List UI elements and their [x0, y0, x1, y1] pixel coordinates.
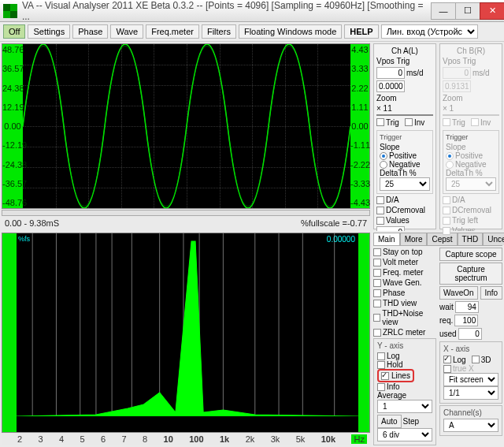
- wait-input[interactable]: [455, 301, 479, 313]
- yaxis-auto[interactable]: Auto: [377, 415, 402, 428]
- yaxis-group: Y - axis Log Hold Lines Info Average 1 A…: [373, 338, 436, 445]
- cha-msd[interactable]: 0: [376, 67, 405, 79]
- tabs: Main More Cepst THD Uncert: [373, 233, 502, 246]
- channels-group: Channel(s) A: [439, 405, 502, 436]
- yaxis-hold[interactable]: [377, 361, 385, 369]
- xaxis-log[interactable]: [443, 356, 451, 363]
- chk-stayontop[interactable]: [373, 248, 381, 256]
- cha-title: Ch A(L): [376, 47, 433, 55]
- tab-thd[interactable]: THD: [458, 233, 484, 245]
- yaxis-log[interactable]: [377, 352, 385, 360]
- scope-time-range: 0.00 - 9.38mS: [5, 218, 59, 228]
- cha-da[interactable]: [376, 196, 384, 204]
- capture-scope-button[interactable]: Capture scope: [439, 248, 502, 261]
- xaxis-3d[interactable]: [472, 356, 480, 363]
- chk-thdnoise[interactable]: [373, 314, 380, 322]
- app-icon: [3, 4, 17, 18]
- chb-trig-check: [443, 118, 450, 126]
- capture-spectrum-button[interactable]: Capture spectrum: [439, 263, 502, 285]
- spectrum-axis: 2345678101001k2k3k5k10kHz: [2, 433, 370, 445]
- spectrum-analyzer: %fs 0.00000: [2, 233, 370, 433]
- waveon-button[interactable]: WaveOn: [439, 286, 478, 300]
- chb-slope-neg: [446, 161, 454, 169]
- info-button[interactable]: Info: [480, 286, 502, 300]
- channel-b-panel: Ch B(R) Vpos Trig 0ms/d 0.9131 Zoom × 1 …: [439, 43, 502, 229]
- xaxis-ratio[interactable]: 1/1: [443, 386, 498, 400]
- off-button[interactable]: Off: [3, 24, 25, 39]
- cha-inv-check[interactable]: [405, 118, 413, 126]
- xaxis-fit[interactable]: Fit screen: [443, 373, 498, 386]
- chb-inv-check: [471, 118, 479, 126]
- minimize-button[interactable]: —: [431, 2, 456, 20]
- chb-slope-pos: [446, 152, 454, 160]
- chk-zrlc[interactable]: [373, 329, 381, 337]
- chk-voltmeter[interactable]: [373, 259, 381, 266]
- chk-wavegen[interactable]: [373, 279, 381, 287]
- yaxis-average[interactable]: 1: [377, 400, 432, 413]
- tab-more[interactable]: More: [400, 233, 428, 245]
- freqmeter-button[interactable]: Freq.meter: [146, 24, 199, 39]
- chk-thdview[interactable]: [373, 300, 381, 307]
- spectrum-canvas[interactable]: %fs 0.00000: [17, 233, 358, 432]
- chk-freqmeter[interactable]: [373, 269, 381, 277]
- encoding-select[interactable]: Лин. вход (Устройс: [381, 24, 478, 39]
- cha-slope-neg[interactable]: [380, 161, 387, 169]
- chb-zoom-slider: [443, 114, 499, 116]
- maximize-button[interactable]: ☐: [455, 2, 480, 20]
- tab-main[interactable]: Main: [373, 233, 400, 245]
- used-display: [458, 328, 482, 340]
- yaxis-info[interactable]: [377, 383, 385, 391]
- cha-slope-pos[interactable]: [380, 152, 387, 160]
- cha-dcremoval[interactable]: [376, 207, 384, 214]
- req-input[interactable]: [454, 315, 478, 326]
- xaxis-group: X - axis Log 3D true X Fit screen 1/1: [439, 341, 502, 404]
- scope-chB-scale: 4.433.332.221.110.00-1.11-2.22-3.33-4.43: [350, 44, 369, 208]
- right-panel: Main More Cepst THD Uncert Stay on top V…: [372, 231, 504, 447]
- spectrum-right-scale: [358, 233, 369, 432]
- oscilloscope: 48.7636.5724.3812.190.00-12.19-24.38-36.…: [2, 43, 370, 209]
- wave-button[interactable]: Wave: [110, 24, 143, 39]
- scope-canvas[interactable]: [23, 44, 350, 208]
- channel-a-panel: Ch A(L) Vpos Trig 0ms/d 0.0000 Zoom × 11…: [373, 43, 436, 229]
- scope-scrollbar[interactable]: [2, 210, 370, 216]
- scope-chA-scale: 48.7636.5724.3812.190.00-12.19-24.38-36.…: [2, 44, 23, 208]
- chb-deltathx: 25: [446, 177, 496, 191]
- help-button[interactable]: HELP: [344, 24, 378, 39]
- cha-deltathx[interactable]: 25: [380, 177, 430, 191]
- cha-trig-check[interactable]: [376, 118, 384, 126]
- window-title: VA -- Visual Analyser 2011 XE Beta 0.3.2…: [22, 0, 431, 22]
- scope-fullscale: %fullscale =-0.77: [301, 218, 367, 228]
- yaxis-step[interactable]: 6 div: [377, 428, 432, 441]
- chb-title: Ch B(R): [443, 47, 499, 55]
- chk-phase[interactable]: [373, 289, 381, 297]
- phase-button[interactable]: Phase: [72, 24, 108, 39]
- xaxis-truex[interactable]: [443, 365, 451, 373]
- close-button[interactable]: ✕: [480, 2, 504, 20]
- spectrum-left-scale: [2, 233, 17, 432]
- cha-values[interactable]: [376, 217, 384, 225]
- channels-select[interactable]: A: [443, 419, 498, 432]
- toolbar: Off Settings Phase Wave Freq.meter Filte…: [0, 22, 504, 42]
- cha-vpos[interactable]: 0.0000: [376, 80, 405, 92]
- filters-button[interactable]: Filters: [202, 24, 236, 39]
- titlebar: VA -- Visual Analyser 2011 XE Beta 0.3.2…: [0, 0, 504, 22]
- cha-zoom-slider[interactable]: [376, 114, 433, 116]
- yaxis-lines[interactable]: [381, 372, 389, 380]
- floating-button[interactable]: Floating Windows mode: [239, 24, 342, 39]
- tab-uncert[interactable]: Uncert: [483, 233, 504, 245]
- settings-button[interactable]: Settings: [28, 24, 70, 39]
